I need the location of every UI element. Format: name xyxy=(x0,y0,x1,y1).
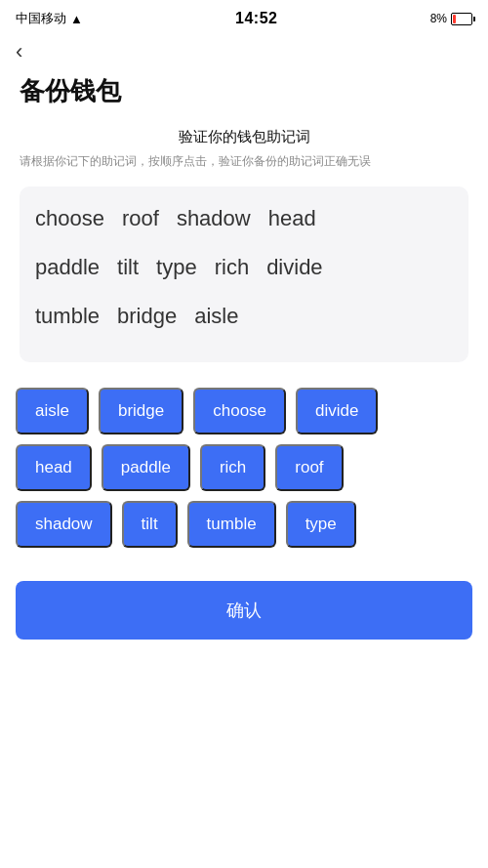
word-head: head xyxy=(268,206,316,231)
word-card-row-3: tumble bridge aisle xyxy=(35,304,453,329)
word-roof: roof xyxy=(122,206,159,231)
word-bridge: bridge xyxy=(117,304,177,329)
chip-shadow[interactable]: shadow xyxy=(16,501,112,548)
chip-divide[interactable]: divide xyxy=(296,388,378,434)
word-aisle: aisle xyxy=(194,304,238,329)
word-rich: rich xyxy=(215,255,249,280)
chips-row-2: head paddle rich roof xyxy=(16,444,472,491)
section-title: 验证你的钱包助记词 xyxy=(0,128,488,146)
word-tilt: tilt xyxy=(117,255,139,280)
word-choose: choose xyxy=(35,206,104,231)
word-tumble: tumble xyxy=(35,304,100,329)
status-bar: 中国移动 ▲ 14:52 8% xyxy=(0,0,488,33)
chip-bridge[interactable]: bridge xyxy=(99,388,183,434)
chip-aisle[interactable]: aisle xyxy=(16,388,89,434)
section-desc: 请根据你记下的助记词，按顺序点击，验证你备份的助记词正确无误 xyxy=(0,152,488,171)
chip-paddle[interactable]: paddle xyxy=(102,444,190,491)
chip-tumble[interactable]: tumble xyxy=(187,501,276,548)
page-title: 备份钱包 xyxy=(0,66,488,128)
chip-choose[interactable]: choose xyxy=(193,388,286,434)
word-card-row-2: paddle tilt type rich divide xyxy=(35,255,453,280)
chip-tilt[interactable]: tilt xyxy=(122,501,178,548)
word-divide: divide xyxy=(266,255,322,280)
carrier-label: 中国移动 xyxy=(16,10,66,27)
word-type: type xyxy=(156,255,197,280)
wifi-icon: ▲ xyxy=(70,12,83,26)
word-card: choose roof shadow head paddle tilt type… xyxy=(20,186,468,362)
chips-area: aisle bridge choose divide head paddle r… xyxy=(0,378,488,567)
confirm-button[interactable]: 确认 xyxy=(16,581,472,640)
status-right: 8% xyxy=(430,12,472,25)
battery-icon xyxy=(451,13,472,25)
word-card-row-1: choose roof shadow head xyxy=(35,206,453,231)
chip-roof[interactable]: roof xyxy=(275,444,343,491)
chip-rich[interactable]: rich xyxy=(200,444,265,491)
status-left: 中国移动 ▲ xyxy=(16,10,83,27)
chips-row-1: aisle bridge choose divide xyxy=(16,388,472,434)
word-paddle: paddle xyxy=(35,255,100,280)
section-header: 验证你的钱包助记词 请根据你记下的助记词，按顺序点击，验证你备份的助记词正确无误 xyxy=(0,128,488,171)
chip-head[interactable]: head xyxy=(16,444,92,491)
status-time: 14:52 xyxy=(235,10,277,27)
battery-fill xyxy=(453,15,456,23)
battery-percent: 8% xyxy=(430,12,447,25)
word-shadow: shadow xyxy=(177,206,251,231)
back-button[interactable]: ‹ xyxy=(0,33,488,66)
chip-type[interactable]: type xyxy=(286,501,356,548)
chips-row-3: shadow tilt tumble type xyxy=(16,501,472,548)
back-arrow-icon: ‹ xyxy=(16,39,22,63)
